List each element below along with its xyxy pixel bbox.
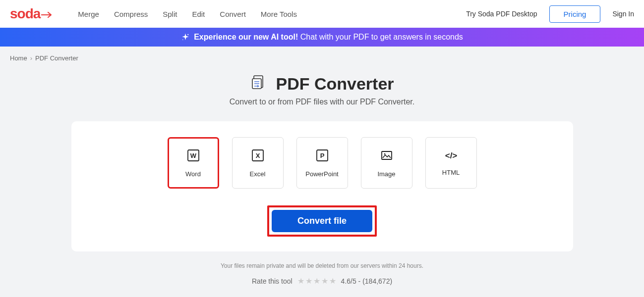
- option-label: HTML: [442, 169, 460, 176]
- nav: Merge Compress Split Edit Convert More T…: [78, 10, 297, 18]
- logo-text: soda: [10, 6, 40, 22]
- banner-text: Experience our new AI tool! Chat with yo…: [194, 33, 463, 42]
- page-title: PDF Converter: [276, 74, 394, 94]
- svg-text:X: X: [255, 152, 260, 159]
- chevron-right-icon: ›: [30, 54, 32, 62]
- nav-merge[interactable]: Merge: [78, 10, 99, 18]
- star-icon[interactable]: ★: [313, 276, 320, 286]
- rating-stars[interactable]: ★ ★ ★ ★ ★: [297, 276, 336, 286]
- option-label: Excel: [250, 170, 266, 178]
- sparkle-icon: [181, 33, 190, 42]
- signin-link[interactable]: Sign In: [612, 10, 634, 18]
- converter-panel: W Word X Excel P PowerPoint Image: [71, 121, 573, 251]
- option-word[interactable]: W Word: [168, 137, 219, 189]
- try-desktop-link[interactable]: Try Soda PDF Desktop: [466, 10, 537, 18]
- privacy-note: Your files remain private and will be de…: [0, 262, 644, 269]
- rating-score: 4.6/5 - (184,672): [341, 277, 393, 285]
- arrow-right-icon: [41, 6, 53, 22]
- header-right: Try Soda PDF Desktop Pricing Sign In: [466, 5, 634, 23]
- option-powerpoint[interactable]: P PowerPoint: [296, 137, 348, 189]
- rate-label: Rate this tool: [252, 277, 293, 285]
- option-image[interactable]: Image: [361, 137, 412, 189]
- convert-highlight: Convert file: [267, 205, 377, 237]
- svg-text:W: W: [190, 152, 196, 159]
- svg-point-13: [384, 153, 385, 154]
- logo[interactable]: soda: [10, 6, 53, 22]
- format-options: W Word X Excel P PowerPoint Image: [81, 137, 563, 189]
- svg-text:</>: </>: [445, 151, 457, 160]
- svg-rect-12: [382, 151, 392, 159]
- star-icon[interactable]: ★: [329, 276, 336, 286]
- breadcrumb-current: PDF Converter: [35, 54, 78, 62]
- ai-banner[interactable]: Experience our new AI tool! Chat with yo…: [0, 28, 644, 47]
- page-title-row: PDF Converter: [0, 74, 644, 94]
- option-label: PowerPoint: [305, 170, 338, 178]
- page-subtitle: Convert to or from PDF files with our PD…: [0, 98, 644, 106]
- svg-point-0: [187, 34, 188, 35]
- star-icon[interactable]: ★: [305, 276, 312, 286]
- convert-wrap: Convert file: [81, 205, 563, 237]
- nav-split[interactable]: Split: [163, 10, 177, 18]
- convert-button[interactable]: Convert file: [272, 210, 372, 232]
- option-excel[interactable]: X Excel: [232, 137, 284, 189]
- breadcrumb-home[interactable]: Home: [10, 54, 27, 62]
- excel-icon: X: [251, 148, 265, 164]
- option-html[interactable]: </> HTML: [425, 137, 477, 189]
- rating-row: Rate this tool ★ ★ ★ ★ ★ 4.6/5 - (184,67…: [0, 276, 644, 286]
- pricing-button[interactable]: Pricing: [549, 5, 601, 23]
- svg-point-1: [182, 40, 183, 41]
- breadcrumb: Home › PDF Converter: [0, 47, 644, 70]
- header: soda Merge Compress Split Edit Convert M…: [0, 0, 644, 28]
- nav-more-tools[interactable]: More Tools: [261, 10, 297, 18]
- nav-compress[interactable]: Compress: [114, 10, 148, 18]
- image-icon: [380, 148, 394, 164]
- option-label: Word: [185, 170, 201, 178]
- star-icon[interactable]: ★: [321, 276, 328, 286]
- nav-edit[interactable]: Edit: [192, 10, 205, 18]
- option-label: Image: [377, 170, 395, 178]
- svg-text:P: P: [320, 152, 324, 159]
- word-icon: W: [186, 148, 200, 164]
- pdf-converter-icon: [250, 74, 268, 94]
- powerpoint-icon: P: [315, 148, 329, 164]
- html-icon: </>: [443, 150, 460, 163]
- nav-convert[interactable]: Convert: [220, 10, 246, 18]
- star-icon[interactable]: ★: [297, 276, 304, 286]
